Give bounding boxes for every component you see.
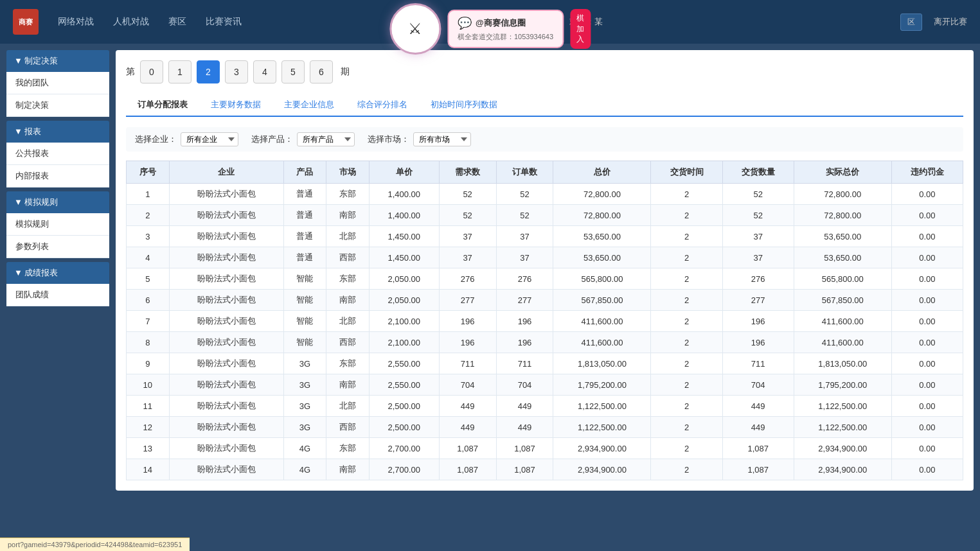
table-cell-3-8: 2 xyxy=(651,247,722,268)
sidebar-group-rules: ▼ 模拟规则 模拟规则 参数列表 xyxy=(6,191,109,258)
tab-order-distribution[interactable]: 订单分配报表 xyxy=(126,94,199,117)
nav-competition-info[interactable]: 比赛资讯 xyxy=(206,16,242,28)
period-btn-5[interactable]: 5 xyxy=(281,60,305,83)
table-cell-0-1: 盼盼法式小面包 xyxy=(169,184,283,205)
table-cell-4-10: 565,800.00 xyxy=(794,268,891,290)
sidebar-header-decision-label: ▼ 制定决策 xyxy=(14,55,58,67)
table-cell-7-2: 智能 xyxy=(283,332,326,353)
table-cell-5-8: 2 xyxy=(651,290,722,311)
table-cell-4-1: 盼盼法式小面包 xyxy=(169,268,283,290)
table-cell-7-9: 196 xyxy=(722,332,794,353)
table-row: 13盼盼法式小面包4G东部2,700.001,0871,0872,934,900… xyxy=(127,438,963,459)
nav-links: 网络对战 人机对战 赛区 比赛资讯 xyxy=(58,16,242,28)
period-btn-1[interactable]: 1 xyxy=(168,60,192,83)
tab-time-series[interactable]: 初始时间序列数据 xyxy=(419,94,509,117)
table-cell-0-10: 72,800.00 xyxy=(794,184,891,205)
sidebar-item-public-reports[interactable]: 公共报表 xyxy=(6,143,109,165)
sidebar-header-decision[interactable]: ▼ 制定决策 xyxy=(6,50,109,72)
wechat-group: 棋全套道交流群：1053934643 xyxy=(458,32,553,42)
table-cell-7-5: 196 xyxy=(439,332,496,353)
table-cell-12-9: 1,087 xyxy=(722,438,794,459)
period-btn-6[interactable]: 6 xyxy=(310,60,333,83)
sidebar-group-decision: ▼ 制定决策 我的团队 制定决策 xyxy=(6,50,109,117)
table-cell-11-9: 449 xyxy=(722,417,794,438)
period-btn-0[interactable]: 0 xyxy=(140,60,163,83)
table-cell-8-3: 东部 xyxy=(326,353,370,374)
table-cell-11-8: 2 xyxy=(651,417,722,438)
market-filter-select[interactable]: 所有市场 xyxy=(413,132,471,146)
table-cell-0-7: 72,800.00 xyxy=(553,184,651,205)
wechat-badge: 💬 @商赛信息圈 棋全套道交流群：1053934643 xyxy=(447,10,564,48)
sidebar-header-scores[interactable]: ▼ 成绩报表 xyxy=(6,262,109,284)
table-cell-3-5: 37 xyxy=(439,247,496,268)
sidebar-item-sim-rules[interactable]: 模拟规则 xyxy=(6,213,109,236)
table-cell-10-9: 449 xyxy=(722,396,794,417)
table-cell-6-11: 0.00 xyxy=(891,311,963,332)
join-badge[interactable]: 棋 加 入 xyxy=(570,9,591,49)
table-cell-8-5: 711 xyxy=(439,353,496,374)
table-cell-6-4: 2,100.00 xyxy=(369,311,439,332)
product-filter-select[interactable]: 所有产品 xyxy=(297,132,355,146)
table-cell-11-0: 12 xyxy=(127,417,170,438)
table-cell-4-5: 276 xyxy=(439,268,496,290)
company-filter-select[interactable]: 所有企业 xyxy=(181,132,238,146)
table-row: 14盼盼法式小面包4G南部2,700.001,0871,0872,934,900… xyxy=(127,459,963,480)
table-cell-6-1: 盼盼法式小面包 xyxy=(169,311,283,332)
nav-area-btn[interactable]: 区 xyxy=(900,13,922,31)
period-end-label: 期 xyxy=(338,66,352,78)
period-btn-4[interactable]: 4 xyxy=(253,60,276,83)
quit-button[interactable]: 离开比赛 xyxy=(934,16,967,28)
sidebar-item-make-decision[interactable]: 制定决策 xyxy=(6,94,109,117)
th-total-price: 总价 xyxy=(553,161,651,184)
company-filter-label: 选择企业： xyxy=(135,134,177,145)
table-cell-6-3: 北部 xyxy=(326,311,370,332)
table-cell-4-8: 2 xyxy=(651,268,722,290)
sidebar-header-rules[interactable]: ▼ 模拟规则 xyxy=(6,191,109,213)
tab-company-info[interactable]: 主要企业信息 xyxy=(272,94,346,117)
table-row: 11盼盼法式小面包3G北部2,500.004494491,122,500.002… xyxy=(127,396,963,417)
table-row: 12盼盼法式小面包3G西部2,500.004494491,122,500.002… xyxy=(127,417,963,438)
table-cell-11-11: 0.00 xyxy=(891,417,963,438)
sub-tabs: 订单分配报表 主要财务数据 主要企业信息 综合评分排名 初始时间序列数据 xyxy=(126,94,963,117)
tab-comprehensive-ranking[interactable]: 综合评分排名 xyxy=(346,94,419,117)
table-cell-7-10: 411,600.00 xyxy=(794,332,891,353)
table-cell-3-11: 0.00 xyxy=(891,247,963,268)
table-cell-4-11: 0.00 xyxy=(891,268,963,290)
table-cell-10-2: 3G xyxy=(283,396,326,417)
table-cell-1-11: 0.00 xyxy=(891,205,963,226)
nav-network-battle[interactable]: 网络对战 xyxy=(58,16,94,28)
table-cell-7-6: 196 xyxy=(496,332,553,353)
table-cell-5-9: 277 xyxy=(722,290,794,311)
table-cell-10-5: 449 xyxy=(439,396,496,417)
table-cell-13-11: 0.00 xyxy=(891,459,963,480)
table-cell-1-2: 普通 xyxy=(283,205,326,226)
th-actual-total: 实际总价 xyxy=(794,161,891,184)
table-cell-4-0: 5 xyxy=(127,268,170,290)
sidebar-item-internal-reports[interactable]: 内部报表 xyxy=(6,165,109,188)
table-cell-11-3: 西部 xyxy=(326,417,370,438)
table-row: 1盼盼法式小面包普通东部1,400.00525272,800.0025272,8… xyxy=(127,184,963,205)
table-cell-5-3: 南部 xyxy=(326,290,370,311)
filter-bar: 选择企业： 所有企业 选择产品： 所有产品 选择市场： 所有市场 xyxy=(126,127,963,152)
table-cell-12-1: 盼盼法式小面包 xyxy=(169,438,283,459)
table-cell-2-4: 1,450.00 xyxy=(369,226,439,247)
sidebar-item-my-team[interactable]: 我的团队 xyxy=(6,72,109,94)
table-cell-10-10: 1,122,500.00 xyxy=(794,396,891,417)
sidebar-item-params-list[interactable]: 参数列表 xyxy=(6,236,109,258)
sidebar-header-scores-label: ▼ 成绩报表 xyxy=(14,267,58,279)
nav-competition-zone[interactable]: 赛区 xyxy=(168,16,186,28)
table-cell-0-8: 2 xyxy=(651,184,722,205)
table-cell-5-6: 277 xyxy=(496,290,553,311)
nav-ai-battle[interactable]: 人机对战 xyxy=(113,16,149,28)
table-cell-7-8: 2 xyxy=(651,332,722,353)
table-cell-6-2: 智能 xyxy=(283,311,326,332)
tab-financial-data[interactable]: 主要财务数据 xyxy=(199,94,272,117)
sidebar-header-rules-label: ▼ 模拟规则 xyxy=(14,197,58,208)
table-cell-13-3: 南部 xyxy=(326,459,370,480)
sidebar-header-reports-label: ▼ 报表 xyxy=(14,126,41,137)
period-btn-3[interactable]: 3 xyxy=(225,60,248,83)
period-btn-2[interactable]: 2 xyxy=(197,60,220,83)
table-cell-13-5: 1,087 xyxy=(439,459,496,480)
sidebar-header-reports[interactable]: ▼ 报表 xyxy=(6,121,109,143)
sidebar-item-team-scores[interactable]: 团队成绩 xyxy=(6,284,109,306)
